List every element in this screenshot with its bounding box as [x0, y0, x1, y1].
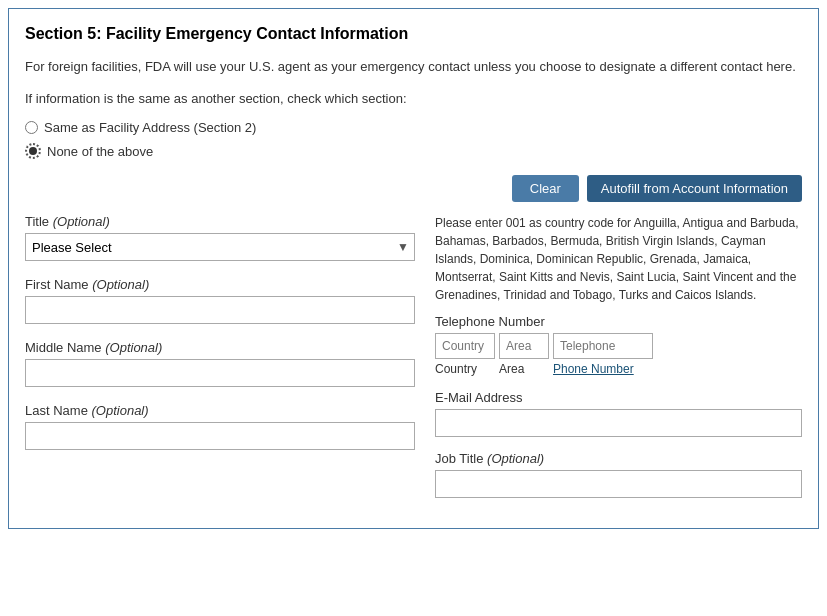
title-select-wrapper: Please Select ▼ — [25, 233, 415, 261]
middle-name-label: Middle Name (Optional) — [25, 340, 415, 355]
email-input[interactable] — [435, 409, 802, 437]
telephone-label: Telephone Number — [435, 314, 802, 329]
last-name-group: Last Name (Optional) — [25, 403, 415, 450]
middle-name-group: Middle Name (Optional) — [25, 340, 415, 387]
title-group: Title (Optional) Please Select ▼ — [25, 214, 415, 261]
check-section-text: If information is the same as another se… — [25, 89, 802, 109]
telephone-section: Telephone Number Country Area Phone Numb… — [435, 314, 802, 376]
tel-sub-area-label: Area — [499, 362, 549, 376]
radio-none-inner — [29, 147, 37, 155]
telephone-inputs — [435, 333, 802, 359]
radio-label-none: None of the above — [47, 144, 153, 159]
tel-sub-country-label: Country — [435, 362, 495, 376]
section-title: Section 5: Facility Emergency Contact In… — [25, 25, 802, 43]
job-title-input[interactable] — [435, 470, 802, 498]
tel-country-input[interactable] — [435, 333, 495, 359]
radio-group: Same as Facility Address (Section 2) Non… — [25, 120, 802, 159]
job-title-section: Job Title (Optional) — [435, 451, 802, 498]
title-select[interactable]: Please Select — [25, 233, 415, 261]
first-name-optional: (Optional) — [92, 277, 149, 292]
section-container: Section 5: Facility Emergency Contact In… — [8, 8, 819, 529]
radio-same-as-facility[interactable] — [25, 121, 38, 134]
email-section: E-Mail Address — [435, 390, 802, 437]
middle-name-optional: (Optional) — [105, 340, 162, 355]
email-label: E-Mail Address — [435, 390, 802, 405]
tel-phone-input[interactable] — [553, 333, 653, 359]
title-label: Title (Optional) — [25, 214, 415, 229]
clear-button[interactable]: Clear — [512, 175, 579, 202]
left-column: Title (Optional) Please Select ▼ First N… — [25, 214, 415, 512]
action-buttons: Clear Autofill from Account Information — [25, 175, 802, 202]
last-name-optional: (Optional) — [92, 403, 149, 418]
radio-none-of-above-icon[interactable] — [25, 143, 41, 159]
two-col-layout: Title (Optional) Please Select ▼ First N… — [25, 214, 802, 512]
radio-row-none: None of the above — [25, 143, 802, 159]
title-optional-text: (Optional) — [53, 214, 110, 229]
first-name-label: First Name (Optional) — [25, 277, 415, 292]
tel-sublabels: Country Area Phone Number — [435, 362, 802, 376]
country-code-note: Please enter 001 as country code for Ang… — [435, 214, 802, 304]
first-name-input[interactable] — [25, 296, 415, 324]
tel-sub-phone-label: Phone Number — [553, 362, 653, 376]
radio-label-facility: Same as Facility Address (Section 2) — [44, 120, 256, 135]
job-title-label: Job Title (Optional) — [435, 451, 802, 466]
radio-row-facility: Same as Facility Address (Section 2) — [25, 120, 802, 135]
right-column: Please enter 001 as country code for Ang… — [435, 214, 802, 512]
autofill-button[interactable]: Autofill from Account Information — [587, 175, 802, 202]
job-title-optional: (Optional) — [487, 451, 544, 466]
first-name-group: First Name (Optional) — [25, 277, 415, 324]
middle-name-input[interactable] — [25, 359, 415, 387]
last-name-input[interactable] — [25, 422, 415, 450]
tel-area-input[interactable] — [499, 333, 549, 359]
last-name-label: Last Name (Optional) — [25, 403, 415, 418]
intro-text: For foreign facilities, FDA will use you… — [25, 57, 802, 77]
